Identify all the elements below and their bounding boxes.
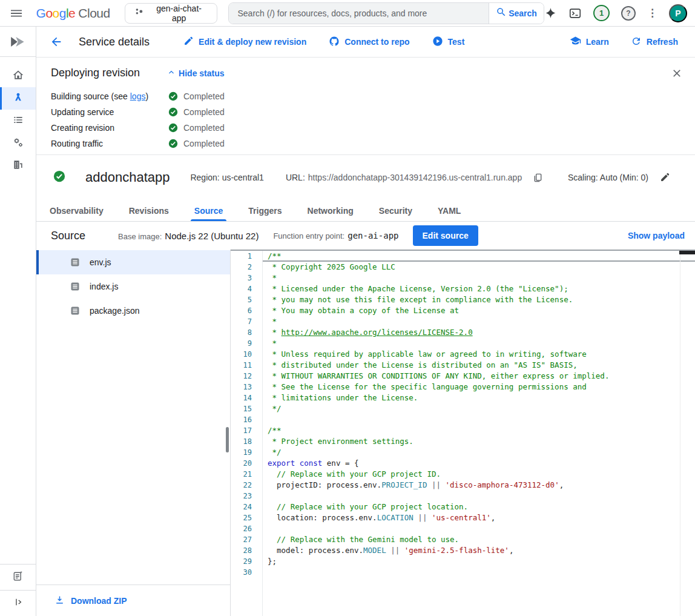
tab-revisions[interactable]: Revisions: [128, 200, 170, 221]
code-line: 17/**: [231, 425, 695, 436]
sidebar-item-integrations[interactable]: [0, 132, 36, 154]
sidebar-item-cloud-run-services[interactable]: [0, 87, 36, 110]
code-line: 6 * You may obtain a copy of the License…: [231, 305, 695, 316]
play-circle-icon: [432, 36, 443, 48]
copy-url-icon[interactable]: [532, 171, 544, 184]
code-line: 24 // Replace with your GCP project loca…: [231, 502, 695, 512]
code-line: 28 model: process.env.MODEL || 'gemini-2…: [231, 545, 695, 556]
cloud-shell-icon[interactable]: [568, 7, 582, 20]
google-cloud-logo[interactable]: Google Cloud: [36, 6, 110, 21]
deploy-step-status: Completed: [168, 107, 225, 117]
sidebar-item-organization[interactable]: [0, 154, 36, 177]
deploy-panel-title: Deploying revision: [51, 67, 140, 79]
file-name: env.js: [90, 257, 111, 267]
back-arrow-icon[interactable]: [48, 34, 64, 50]
edit-scaling-icon[interactable]: [660, 172, 671, 183]
project-name: gen-ai-chat-app: [150, 4, 208, 23]
github-icon: [329, 36, 340, 48]
edit-deploy-revision-button[interactable]: Edit & deploy new revision: [183, 36, 306, 48]
code-text: // Replace with your GCP project ID.: [262, 469, 695, 480]
deploy-step-status: Completed: [168, 123, 225, 133]
code-text: * http://www.apache.org/licenses/LICENSE…: [262, 327, 695, 338]
tab-yaml[interactable]: YAML: [436, 200, 462, 221]
file-item-index.js[interactable]: index.js: [36, 274, 230, 299]
line-number: 25: [231, 512, 262, 523]
header-right-actions: Learn Refresh: [570, 35, 678, 48]
tab-observability[interactable]: Observability: [48, 200, 105, 221]
code-text: * WITHOUT WARRANTIES OR CONDITIONS OF AN…: [262, 371, 695, 382]
deploy-status-row: Updating serviceCompleted: [51, 104, 680, 120]
gemini-spark-icon[interactable]: [544, 7, 557, 19]
hamburger-menu-icon[interactable]: [8, 5, 24, 21]
code-text: model: process.env.MODEL || 'gemini-2.5-…: [262, 545, 695, 556]
code-text: */: [262, 447, 695, 458]
service-scaling: Scaling: Auto (Min: 0): [568, 172, 671, 183]
code-line: 4 * Licensed under the Apache License, V…: [231, 283, 695, 294]
line-number: 24: [231, 502, 262, 512]
code-text: /**: [262, 251, 695, 262]
search-button[interactable]: Search: [489, 3, 544, 24]
chevron-up-icon: [166, 67, 176, 79]
deploy-step-label: Creating revision: [51, 123, 168, 133]
cloud-run-logo-icon: [0, 27, 36, 57]
code-text: location: process.env.LOCATION || 'us-ce…: [262, 512, 695, 523]
line-number: 23: [231, 491, 262, 502]
sidebar-item-expand-panel[interactable]: [0, 591, 36, 616]
hide-status-button[interactable]: Hide status: [166, 67, 224, 79]
code-line: 20export const env = {: [231, 458, 695, 469]
code-line: 12 * WITHOUT WARRANTIES OR CONDITIONS OF…: [231, 371, 695, 382]
help-icon[interactable]: ?: [621, 6, 636, 21]
tab-source[interactable]: Source: [193, 200, 224, 221]
deploy-step-status: Completed: [168, 91, 225, 101]
line-number: 29: [231, 556, 262, 567]
refresh-button[interactable]: Refresh: [631, 36, 678, 48]
edit-source-button[interactable]: Edit source: [413, 225, 478, 246]
search-input[interactable]: [229, 3, 489, 24]
learn-button[interactable]: Learn: [570, 35, 609, 48]
line-number: 9: [231, 338, 262, 349]
sidebar-item-home[interactable]: [0, 65, 36, 87]
code-text: * Licensed under the Apache License, Ver…: [262, 283, 695, 294]
editor-scrollbar-thumb[interactable]: [679, 251, 695, 254]
sidebar-item-revisions-list[interactable]: [0, 110, 36, 132]
line-number: 27: [231, 534, 262, 545]
panel-scrollbar-thumb[interactable]: [226, 427, 229, 452]
logs-link[interactable]: logs: [130, 91, 146, 101]
show-payload-link[interactable]: Show payload: [628, 231, 685, 240]
file-item-package.json[interactable]: package.json: [36, 299, 230, 323]
search-icon: [496, 7, 507, 19]
file-item-env.js[interactable]: env.js: [36, 250, 230, 274]
gears-icon: [12, 136, 24, 151]
code-text: *: [262, 338, 695, 349]
connect-to-repo-button[interactable]: Connect to repo: [329, 36, 409, 48]
pencil-icon: [183, 36, 194, 48]
service-status-check-icon: [53, 170, 65, 185]
project-selector[interactable]: gen-ai-chat-app: [125, 3, 217, 24]
avatar[interactable]: P: [669, 4, 687, 22]
notifications-badge[interactable]: 1: [593, 5, 610, 21]
code-text: [262, 523, 695, 534]
test-button[interactable]: Test: [432, 36, 465, 48]
tab-security[interactable]: Security: [378, 200, 413, 221]
close-icon[interactable]: [670, 66, 684, 81]
code-line: 2 * Copyright 2025 Google LLC: [231, 262, 695, 273]
code-text: [262, 567, 695, 578]
header-actions: Edit & deploy new revision Connect to re…: [183, 36, 464, 48]
google-logo-word: Google: [36, 6, 76, 21]
sidebar-item-release-notes[interactable]: [0, 565, 36, 590]
tab-networking[interactable]: Networking: [306, 200, 355, 221]
code-lines: 1/**2 * Copyright 2025 Google LLC3 *4 * …: [231, 251, 695, 578]
left-nav-rail: [0, 27, 36, 616]
code-text: *: [262, 273, 695, 283]
deploy-status-row: Building source (see logs)Completed: [51, 88, 680, 104]
check-circle-icon: [168, 107, 178, 117]
code-editor[interactable]: 1/**2 * Copyright 2025 Google LLC3 *4 * …: [231, 250, 695, 616]
tab-triggers[interactable]: Triggers: [247, 200, 283, 221]
code-line: 16: [231, 414, 695, 425]
more-options-icon[interactable]: ⋮: [647, 8, 657, 18]
code-line: 15 */: [231, 403, 695, 414]
deploy-status-list: Building source (see logs)CompletedUpdat…: [51, 88, 680, 151]
download-zip-button[interactable]: Download ZIP: [36, 585, 230, 616]
list-icon: [12, 114, 24, 128]
line-number: 10: [231, 349, 262, 360]
